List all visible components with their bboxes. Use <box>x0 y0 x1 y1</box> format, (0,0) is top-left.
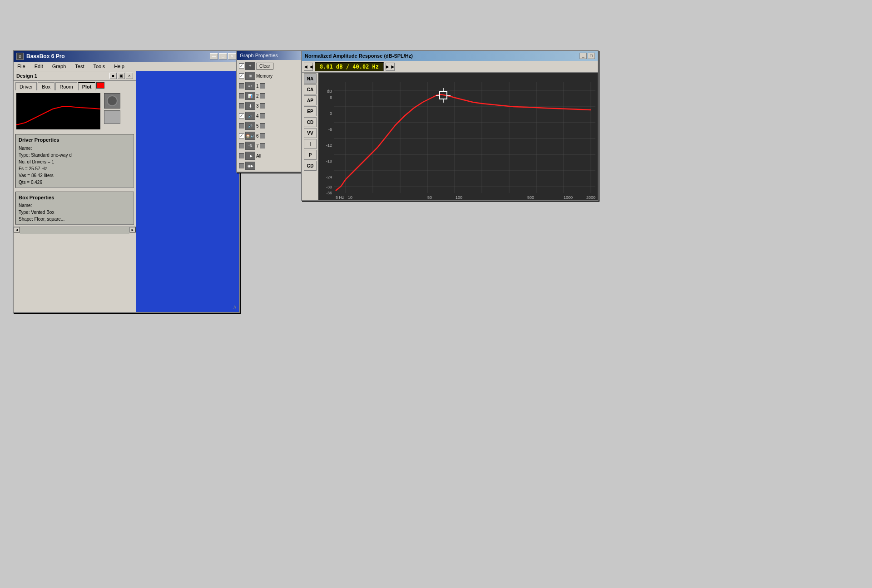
gp-row-8: ✓ 🏠🔉 6 <box>238 131 305 141</box>
mode-btn-ap[interactable]: AP <box>304 95 317 105</box>
gp-check-8[interactable]: ✓ <box>239 133 244 138</box>
design-header: Design 1 ■ ▣ × <box>14 71 136 81</box>
menu-tools[interactable]: Tools <box>91 63 107 70</box>
resize-handle[interactable]: // <box>233 305 236 310</box>
tab-box[interactable]: Box <box>38 82 54 90</box>
ch6-toggle[interactable] <box>260 133 265 138</box>
titlebar-left: B BassBox 6 Pro <box>16 53 65 60</box>
driver-name: Name: <box>19 145 131 152</box>
bassbox-content: Design 1 ■ ▣ × Driver Box Room Plot <box>14 71 239 312</box>
scroll-right-arrow[interactable]: ► <box>129 227 136 232</box>
gp-row-3: ≡↕ 1 <box>238 81 305 91</box>
gp-row-1: ✓ + Clear <box>238 61 305 71</box>
gp-check-10[interactable] <box>239 153 244 158</box>
driver-count: No. of Drivers = 1 <box>19 158 131 165</box>
gp-row-4: 📊 2 <box>238 91 305 101</box>
gp-row-5: ⬇ 3 <box>238 101 305 111</box>
tab-driver[interactable]: Driver <box>15 82 37 90</box>
left-panel: Design 1 ■ ▣ × Driver Box Room Plot <box>14 71 136 312</box>
design-close-btn[interactable]: × <box>126 73 133 79</box>
maximize-button[interactable]: □ <box>219 53 227 59</box>
mode-btn-p[interactable]: P <box>304 150 317 160</box>
menu-help[interactable]: Help <box>112 63 126 70</box>
gp-speaker-icon: 🔉 <box>245 112 255 120</box>
ch4-toggle[interactable] <box>260 113 265 119</box>
ch5-toggle[interactable] <box>260 123 265 128</box>
gp-icon-plus: + <box>245 62 255 70</box>
gp-check-6[interactable]: ✓ <box>239 113 244 119</box>
gp-row-9: ≈⇅ 7 <box>238 141 305 151</box>
bottom-scrollbar[interactable]: ◄ ► <box>14 227 136 234</box>
na-graph-svg: dB 6 0 -6 -12 -18 -24 -30 -36 5 Hz 10 50… <box>318 73 598 200</box>
mode-btn-gd[interactable]: GD <box>304 161 317 171</box>
ch7-label: 7 <box>256 143 259 148</box>
speaker-preview-icon <box>104 93 120 109</box>
gp-check-11[interactable] <box>239 163 244 168</box>
preview-svg <box>16 93 100 129</box>
menubar: File Edit Graph Test Tools Help <box>14 62 239 71</box>
gp-check-1[interactable]: ✓ <box>239 63 244 69</box>
all-label: All <box>256 153 261 158</box>
gp-row-6: ✓ 🔉 4 <box>238 111 305 121</box>
gp-check-3[interactable] <box>239 83 244 89</box>
mode-btn-ep[interactable]: EP <box>304 106 317 116</box>
driver-vas: Vas = 86.42 liters <box>19 172 131 179</box>
na-restore-btn[interactable]: □ <box>588 53 595 59</box>
gp-check-5[interactable] <box>239 103 244 109</box>
gp-check-2[interactable]: ✓ <box>239 73 244 79</box>
tab-plot[interactable]: Plot <box>78 82 96 90</box>
design-save-btn[interactable]: ■ <box>109 73 117 79</box>
na-minimize-btn[interactable]: _ <box>580 53 587 59</box>
na-nav-left[interactable]: ◄◄ <box>304 63 313 71</box>
svg-text:50: 50 <box>427 195 432 200</box>
ch7-toggle[interactable] <box>260 143 265 148</box>
bassbox-window: B BassBox 6 Pro — □ × File Edit Graph Te… <box>13 50 240 313</box>
gp-check-7[interactable] <box>239 123 244 128</box>
gp-row-10: ~▶ All <box>238 151 305 161</box>
minimize-button[interactable]: — <box>210 53 218 59</box>
gp-down-icon: ⬇ <box>245 102 255 110</box>
box-name: Name: <box>19 202 131 209</box>
svg-text:6: 6 <box>330 95 332 100</box>
close-button[interactable]: × <box>228 53 236 59</box>
ch4-label: 4 <box>256 114 259 119</box>
na-window-buttons: _ □ <box>580 53 595 59</box>
menu-edit[interactable]: Edit <box>33 63 45 70</box>
gp-home-speaker-icon: 🏠🔉 <box>245 132 255 140</box>
na-title: Normalized Amplitude Response (dB-SPL/Hz… <box>305 53 413 59</box>
mode-btn-na[interactable]: NA <box>304 74 317 84</box>
gp-chart-icon: 📊 <box>245 92 255 100</box>
svg-text:-36: -36 <box>326 191 332 195</box>
ch1-label: 1 <box>256 84 259 89</box>
na-graph-area: dB 6 0 -6 -12 -18 -24 -30 -36 5 Hz 10 50… <box>318 73 598 200</box>
mode-btn-ca[interactable]: CA <box>304 84 317 94</box>
mode-btn-vv[interactable]: VV <box>304 128 317 138</box>
na-titlebar: Normalized Amplitude Response (dB-SPL/Hz… <box>302 51 598 61</box>
clear-button[interactable]: Clear <box>256 63 273 69</box>
na-toolbar: ◄◄ 8.01 dB / 40.02 Hz ►► <box>302 61 598 73</box>
scroll-track <box>20 227 129 234</box>
gp-check-4[interactable] <box>239 93 244 99</box>
menu-file[interactable]: File <box>15 63 27 70</box>
svg-text:100: 100 <box>456 195 462 200</box>
svg-text:dB: dB <box>327 89 332 94</box>
mode-btn-cd[interactable]: CD <box>304 117 317 127</box>
na-freq-display: 8.01 dB / 40.02 Hz <box>315 62 384 71</box>
design-copy-btn[interactable]: ▣ <box>118 73 125 79</box>
tab-room[interactable]: Room <box>55 82 77 90</box>
box-shape: Shape: Floor, square... <box>19 216 131 222</box>
graph-props-titlebar: Graph Properties × <box>237 51 306 60</box>
driver-properties-box: Driver Properties Name: Type: Standard o… <box>15 134 134 188</box>
ch3-label: 3 <box>256 104 259 109</box>
gp-check-9[interactable] <box>239 143 244 148</box>
scroll-left-arrow[interactable]: ◄ <box>14 227 20 232</box>
ch1-toggle[interactable] <box>260 83 265 89</box>
svg-text:-18: -18 <box>326 159 332 163</box>
driver-type: Type: Standard one-way d <box>19 152 131 158</box>
ch2-toggle[interactable] <box>260 93 265 99</box>
menu-graph[interactable]: Graph <box>50 63 68 70</box>
ch3-toggle[interactable] <box>260 103 265 109</box>
menu-test[interactable]: Test <box>73 63 86 70</box>
mode-btn-i[interactable]: I <box>304 139 317 149</box>
na-nav-right[interactable]: ►► <box>386 63 395 71</box>
